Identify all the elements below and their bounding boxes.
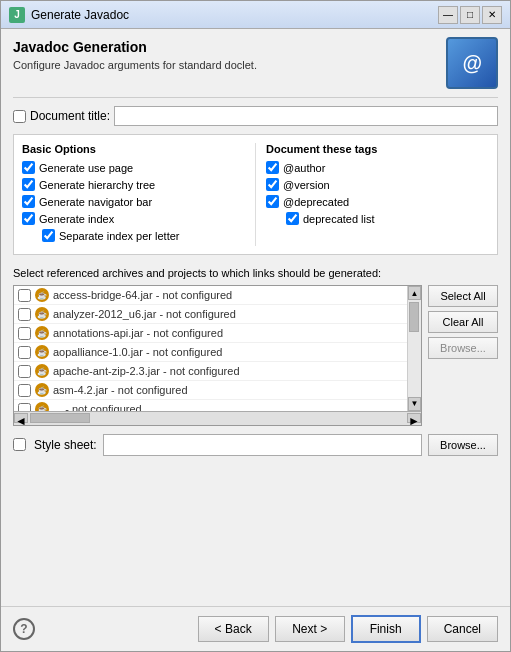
minimize-button[interactable]: — bbox=[438, 6, 458, 24]
archives-list[interactable]: ☕ access-bridge-64.jar - not configured … bbox=[14, 286, 407, 411]
scroll-down-button[interactable]: ▼ bbox=[408, 397, 421, 411]
scroll-thumb[interactable] bbox=[409, 302, 419, 332]
title-bar: J Generate Javadoc — □ ✕ bbox=[1, 1, 510, 29]
list-item: ☕ asm-4.2.jar - not configured bbox=[14, 381, 407, 400]
window-controls: — □ ✕ bbox=[438, 6, 502, 24]
tag-author-check[interactable] bbox=[266, 161, 279, 174]
window-title: Generate Javadoc bbox=[31, 8, 438, 22]
clear-all-button[interactable]: Clear All bbox=[428, 311, 498, 333]
list-item: ☕ annotations-api.jar - not configured bbox=[14, 324, 407, 343]
finish-button[interactable]: Finish bbox=[351, 615, 421, 643]
h-scroll-thumb[interactable] bbox=[30, 413, 90, 423]
list-item: ☕ ... - not configured bbox=[14, 400, 407, 411]
maximize-button[interactable]: □ bbox=[460, 6, 480, 24]
tag-deprecated-list-check[interactable] bbox=[286, 212, 299, 225]
jar-icon-1: ☕ bbox=[35, 288, 49, 302]
page-subtitle: Configure Javadoc arguments for standard… bbox=[13, 59, 257, 71]
archive-name-6: asm-4.2.jar - not configured bbox=[53, 384, 188, 396]
basic-opt-1-check[interactable] bbox=[22, 161, 35, 174]
jar-icon-2: ☕ bbox=[35, 307, 49, 321]
tag-deprecated: @deprecated bbox=[266, 195, 489, 208]
browse-button[interactable]: Browse... bbox=[428, 337, 498, 359]
archive-check-3[interactable] bbox=[18, 327, 31, 340]
archive-name-3: annotations-api.jar - not configured bbox=[53, 327, 223, 339]
h-scroll-right[interactable]: ► bbox=[407, 413, 421, 423]
jar-icon-6: ☕ bbox=[35, 383, 49, 397]
doc-title-label: Document title: bbox=[30, 109, 110, 123]
footer: ? < Back Next > Finish Cancel bbox=[1, 606, 510, 651]
style-sheet-checkbox[interactable] bbox=[13, 438, 26, 451]
basic-opt-4: Generate index bbox=[22, 212, 245, 225]
archive-check-7[interactable] bbox=[18, 403, 31, 411]
basic-opt-2-label: Generate hierarchy tree bbox=[39, 179, 155, 191]
page-title: Javadoc Generation bbox=[13, 39, 257, 55]
doc-title-input[interactable] bbox=[114, 106, 498, 126]
window-icon: J bbox=[9, 7, 25, 23]
close-button[interactable]: ✕ bbox=[482, 6, 502, 24]
basic-opt-3-label: Generate navigator bar bbox=[39, 196, 152, 208]
h-scroll-left[interactable]: ◄ bbox=[14, 413, 28, 423]
archive-check-4[interactable] bbox=[18, 346, 31, 359]
list-item: ☕ analyzer-2012_u6.jar - not configured bbox=[14, 305, 407, 324]
style-sheet-label: Style sheet: bbox=[34, 438, 97, 452]
javadoc-logo: @ bbox=[446, 37, 498, 89]
archive-name-2: analyzer-2012_u6.jar - not configured bbox=[53, 308, 236, 320]
style-browse-button[interactable]: Browse... bbox=[428, 434, 498, 456]
archive-check-6[interactable] bbox=[18, 384, 31, 397]
basic-opt-4-label: Generate index bbox=[39, 213, 114, 225]
content-spacer bbox=[13, 456, 498, 597]
style-sheet-input[interactable] bbox=[103, 434, 422, 456]
dialog-content: Javadoc Generation Configure Javadoc arg… bbox=[1, 29, 510, 606]
tag-deprecated-list-label: deprecated list bbox=[303, 213, 375, 225]
archive-name-7: ... - not configured bbox=[53, 403, 142, 411]
jar-icon-4: ☕ bbox=[35, 345, 49, 359]
tag-deprecated-label: @deprecated bbox=[283, 196, 349, 208]
jar-icon-7: ☕ bbox=[35, 402, 49, 411]
doc-title-checkbox[interactable] bbox=[13, 110, 26, 123]
horizontal-scrollbar[interactable]: ◄ ► bbox=[14, 411, 421, 425]
list-item: ☕ access-bridge-64.jar - not configured bbox=[14, 286, 407, 305]
main-window: J Generate Javadoc — □ ✕ Javadoc Generat… bbox=[0, 0, 511, 652]
archives-section: ☕ access-bridge-64.jar - not configured … bbox=[13, 285, 498, 426]
archive-check-5[interactable] bbox=[18, 365, 31, 378]
next-button[interactable]: Next > bbox=[275, 616, 345, 642]
header-section: Javadoc Generation Configure Javadoc arg… bbox=[13, 39, 498, 98]
basic-opt-5-label: Separate index per letter bbox=[59, 230, 179, 242]
tag-deprecated-check[interactable] bbox=[266, 195, 279, 208]
scroll-up-button[interactable]: ▲ bbox=[408, 286, 421, 300]
tag-author: @author bbox=[266, 161, 489, 174]
jar-icon-5: ☕ bbox=[35, 364, 49, 378]
archive-name-5: apache-ant-zip-2.3.jar - not configured bbox=[53, 365, 240, 377]
tag-deprecated-list: deprecated list bbox=[266, 212, 489, 225]
basic-opt-5: Separate index per letter bbox=[22, 229, 245, 242]
archive-check-2[interactable] bbox=[18, 308, 31, 321]
options-divider bbox=[255, 143, 256, 246]
vertical-scrollbar[interactable]: ▲ ▼ bbox=[407, 286, 421, 411]
back-button[interactable]: < Back bbox=[198, 616, 269, 642]
basic-opt-5-check[interactable] bbox=[42, 229, 55, 242]
doc-tags-col: Document these tags @author @version @de… bbox=[266, 143, 489, 246]
archives-label: Select referenced archives and projects … bbox=[13, 267, 498, 279]
archive-name-4: aopalliance-1.0.jar - not configured bbox=[53, 346, 222, 358]
options-panel: Basic Options Generate use page Generate… bbox=[13, 134, 498, 255]
basic-opt-2-check[interactable] bbox=[22, 178, 35, 191]
tag-author-label: @author bbox=[283, 162, 325, 174]
basic-opt-1-label: Generate use page bbox=[39, 162, 133, 174]
doc-title-row: Document title: bbox=[13, 106, 498, 126]
cancel-button[interactable]: Cancel bbox=[427, 616, 498, 642]
basic-opt-4-check[interactable] bbox=[22, 212, 35, 225]
basic-opt-2: Generate hierarchy tree bbox=[22, 178, 245, 191]
archive-check-1[interactable] bbox=[18, 289, 31, 302]
select-all-button[interactable]: Select All bbox=[428, 285, 498, 307]
list-item: ☕ aopalliance-1.0.jar - not configured bbox=[14, 343, 407, 362]
jar-icon-3: ☕ bbox=[35, 326, 49, 340]
basic-opt-3-check[interactable] bbox=[22, 195, 35, 208]
help-button[interactable]: ? bbox=[13, 618, 35, 640]
tag-version: @version bbox=[266, 178, 489, 191]
archives-list-container: ☕ access-bridge-64.jar - not configured … bbox=[13, 285, 422, 426]
tag-version-check[interactable] bbox=[266, 178, 279, 191]
doc-tags-title: Document these tags bbox=[266, 143, 489, 155]
basic-opt-1: Generate use page bbox=[22, 161, 245, 174]
list-item: ☕ apache-ant-zip-2.3.jar - not configure… bbox=[14, 362, 407, 381]
basic-options-title: Basic Options bbox=[22, 143, 245, 155]
